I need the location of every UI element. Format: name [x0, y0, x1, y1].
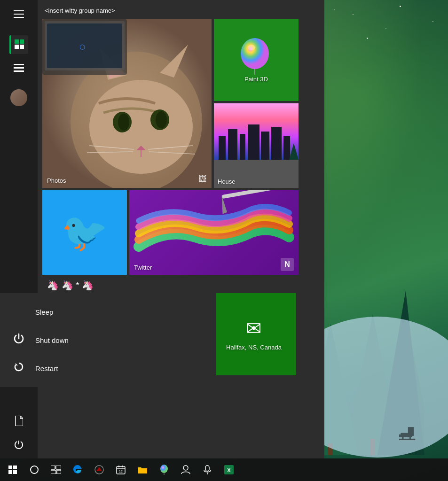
shutdown-icon [12, 333, 26, 347]
svg-rect-47 [261, 132, 269, 160]
shutdown-label: Shut down [35, 336, 69, 344]
svg-point-24 [118, 114, 129, 131]
taskbar-edge-button[interactable] [67, 459, 88, 480]
house-skyline-svg [214, 103, 299, 160]
sleep-label: Sleep [35, 308, 53, 316]
svg-point-66 [160, 465, 168, 473]
sidebar [0, 0, 38, 458]
sidebar-documents[interactable] [9, 411, 28, 430]
sidebar-power-button[interactable] [9, 435, 28, 454]
paint3d-inner: Paint 3D [214, 19, 299, 101]
list-icon [14, 64, 24, 72]
sidebar-item-allapps[interactable] [9, 59, 28, 78]
svg-rect-17 [14, 67, 24, 69]
tile-onenote[interactable]: Twitter N [129, 190, 299, 275]
taskbar-radeon-button[interactable] [89, 459, 110, 480]
restart-button[interactable]: Restart [0, 354, 216, 382]
svg-point-25 [156, 111, 167, 128]
search-ring-icon [29, 465, 39, 475]
taskbar-microphone-button[interactable] [197, 459, 218, 480]
svg-rect-51 [222, 190, 278, 199]
emoji-row: 🦄 🦄 * 🦄 [42, 277, 320, 293]
right-column: Paint 3D [214, 19, 299, 188]
calendar-icon: 12 [116, 465, 126, 474]
group-header: <insert witty group name> [38, 0, 324, 19]
tile-row-1: ⬡ 🖼 Photos [42, 19, 320, 188]
svg-rect-13 [20, 39, 24, 44]
svg-rect-18 [14, 70, 24, 72]
taskbar-start-button[interactable] [2, 459, 23, 480]
skater: ⛸ [396, 419, 420, 446]
svg-rect-44 [228, 129, 237, 160]
shutdown-button[interactable]: Shut down [0, 326, 216, 354]
svg-rect-48 [271, 127, 282, 160]
restart-svg-icon [13, 361, 24, 372]
tile-photos[interactable]: ⬡ 🖼 Photos [42, 19, 212, 188]
taskbar-paint3d-button[interactable] [154, 459, 174, 480]
tiles-area: ⬡ 🖼 Photos [38, 19, 324, 458]
taskbar-people-button[interactable] [175, 459, 196, 480]
svg-rect-14 [15, 45, 19, 49]
user-avatar[interactable] [10, 89, 27, 106]
hamburger-line-1 [14, 10, 24, 11]
tile-house[interactable]: House [214, 103, 299, 188]
photos-photo-icon: 🖼 [198, 174, 207, 184]
tile-paint3d[interactable]: Paint 3D [214, 19, 299, 101]
sidebar-bottom [9, 409, 28, 454]
svg-rect-15 [20, 45, 24, 49]
twitter-bird-icon: 🐦 [61, 210, 108, 255]
taskbar-fileexplorer-button[interactable] [132, 459, 153, 480]
taskbar-search-button[interactable] [24, 459, 45, 480]
svg-rect-45 [240, 134, 245, 160]
hamburger-button[interactable] [9, 5, 28, 23]
taskbar-balloon-icon [159, 465, 169, 475]
svg-rect-12 [15, 39, 19, 44]
power-icon [14, 440, 24, 449]
house-label: House [218, 178, 236, 185]
restart-label: Restart [35, 365, 58, 372]
svg-rect-46 [248, 124, 259, 160]
svg-point-54 [31, 466, 38, 473]
win-logo-pane-1 [8, 465, 12, 469]
sleep-button[interactable]: Sleep [0, 298, 216, 326]
balloon-svg [240, 37, 270, 75]
svg-rect-49 [283, 136, 290, 160]
taskbar-taskview-button[interactable] [46, 459, 66, 480]
photos-image: ⬡ [42, 19, 212, 188]
win-logo-pane-2 [13, 465, 17, 469]
svg-point-39 [241, 38, 269, 69]
onenote-label: Twitter [134, 264, 152, 271]
svg-rect-65 [138, 468, 147, 473]
paint3d-label: Paint 3D [244, 76, 268, 83]
svg-point-40 [248, 45, 255, 50]
mail-label: Halifax, NS, Canada [226, 344, 282, 351]
svg-point-21 [89, 80, 193, 174]
onenote-bg: Twitter N [129, 190, 299, 275]
svg-rect-55 [51, 465, 55, 469]
svg-rect-58 [57, 470, 61, 474]
windows-logo [8, 465, 17, 474]
tile-mail[interactable]: ✉ Halifax, NS, Canada [212, 293, 296, 375]
power-menu: Sleep Shut down Restart [0, 293, 216, 387]
photos-label: Photos [47, 177, 66, 184]
taskbar-calendar-button[interactable]: 12 [110, 459, 131, 480]
sidebar-item-tiles[interactable] [9, 35, 28, 54]
microphone-icon [202, 465, 212, 475]
cat-svg: ⬡ [42, 19, 212, 188]
hamburger-line-2 [14, 14, 24, 15]
tile-twitter[interactable]: 🐦 [42, 190, 127, 275]
crescent-icon [13, 305, 24, 316]
svg-text:12: 12 [119, 470, 123, 473]
win-logo-pane-4 [13, 470, 17, 474]
win-logo-pane-3 [8, 470, 12, 474]
tile-row-2: 🐦 [42, 190, 320, 275]
svg-rect-16 [14, 64, 24, 65]
house-image [214, 103, 299, 158]
taskbar-excel-button[interactable]: X [219, 459, 239, 480]
taskview-icon [51, 465, 61, 474]
people-icon [181, 465, 191, 475]
svg-marker-53 [16, 363, 18, 365]
excel-icon: X [224, 465, 234, 474]
group-name-label: <insert witty group name> [45, 7, 115, 14]
power-off-icon [13, 333, 24, 344]
